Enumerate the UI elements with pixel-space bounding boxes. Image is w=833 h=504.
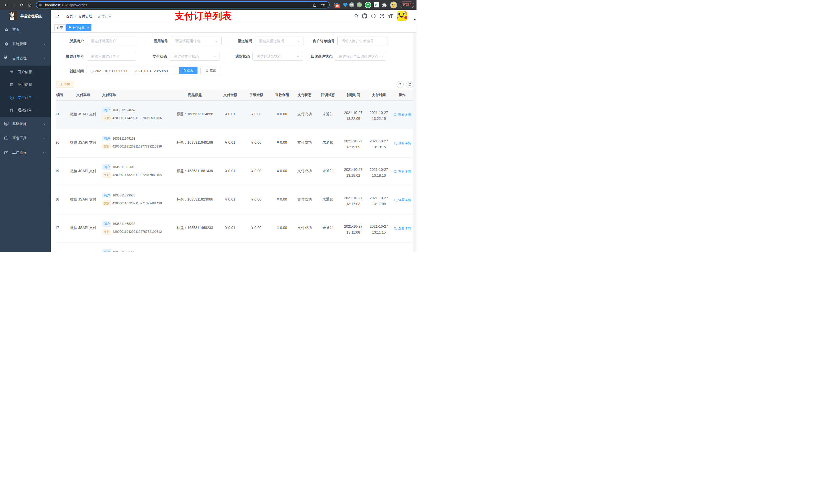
svg-text:¥: ¥ — [11, 97, 13, 99]
